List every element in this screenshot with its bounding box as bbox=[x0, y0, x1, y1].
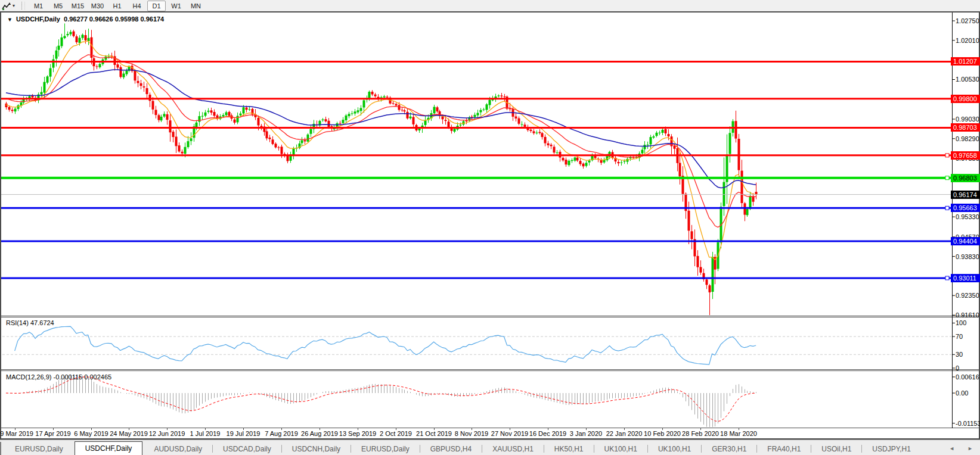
price-tick-0.93830: 0.93830 bbox=[956, 253, 979, 260]
date-label-16-Dec-2019: 16 Dec 2019 bbox=[529, 430, 566, 437]
rsi-tick-30: 30 bbox=[956, 351, 963, 358]
line-handle-0.93011[interactable] bbox=[945, 276, 949, 280]
price-tick-1.02750: 1.02750 bbox=[956, 17, 979, 24]
tab-scroll-arrows: ◄ ► bbox=[949, 445, 980, 451]
macd-tick-0.006167: 0.006167 bbox=[956, 373, 980, 381]
date-label-28-Feb-2020: 28 Feb 2020 bbox=[682, 430, 719, 437]
date-label-27-Nov-2019: 27 Nov 2019 bbox=[491, 430, 528, 437]
ma-medium-line bbox=[6, 55, 756, 228]
chart-ohlc-values: 0.96277 0.96626 0.95998 0.96174 bbox=[64, 15, 164, 23]
date-label-8-Nov-2019: 8 Nov 2019 bbox=[455, 430, 488, 437]
chevron-down-icon[interactable]: ▾ bbox=[13, 3, 15, 8]
date-label-7-Aug-2019: 7 Aug 2019 bbox=[265, 430, 298, 437]
tab-uk100-h1[interactable]: UK100,H1 bbox=[648, 444, 701, 455]
tab-fra40-h1[interactable]: FRA40,H1 bbox=[757, 444, 811, 455]
price-tick-0.98290: 0.98290 bbox=[956, 135, 979, 142]
rsi-pane bbox=[2, 326, 952, 364]
scroll-right-icon[interactable]: ► bbox=[967, 445, 973, 451]
timeframe-button-h1[interactable]: H1 bbox=[108, 1, 126, 11]
date-label-6-May-2019: 6 May 2019 bbox=[74, 430, 108, 437]
date-label-18-Mar-2020: 18 Mar 2020 bbox=[720, 430, 757, 437]
price-line-label-1.01207: 1.01207 bbox=[951, 57, 980, 66]
date-label-3-Jan-2020: 3 Jan 2020 bbox=[570, 430, 602, 437]
price-line-label-0.96803: 0.96803 bbox=[951, 174, 980, 182]
macd-indicator-label: MACD(12,26,9) -0.000115 0.002465 bbox=[6, 373, 111, 381]
date-label-29-Mar-2019: 29 Mar 2019 bbox=[0, 430, 33, 437]
current-price-label: 0.96174 bbox=[951, 191, 980, 199]
chart-tabs: EURUSD,DailyUSDCHF,DailyAUDUSD,DailyUSDC… bbox=[5, 441, 921, 455]
date-label-10-Feb-2020: 10 Feb 2020 bbox=[644, 430, 681, 437]
price-line-label-0.99800: 0.99800 bbox=[951, 95, 980, 103]
tab-ger30-h1[interactable]: GER30,H1 bbox=[702, 444, 756, 455]
line-handle-0.97658[interactable] bbox=[945, 154, 949, 157]
macd-values: -0.000115 0.002465 bbox=[53, 373, 111, 381]
timeframe-button-d1[interactable]: D1 bbox=[147, 1, 166, 11]
price-tick-1.02010: 1.02010 bbox=[956, 37, 979, 44]
price-line-label-0.97658: 0.97658 bbox=[951, 151, 980, 160]
timeframe-button-w1[interactable]: W1 bbox=[167, 1, 185, 11]
chart-window: ▼USDCHF,Daily 0.96277 0.96626 0.95998 0.… bbox=[0, 11, 980, 440]
price-line-label-0.93011: 0.93011 bbox=[951, 274, 980, 282]
tab-uk100-h1[interactable]: UK100,H1 bbox=[594, 444, 647, 455]
date-label-26-Aug-2019: 26 Aug 2019 bbox=[301, 430, 338, 437]
chart-canvas[interactable] bbox=[1, 13, 979, 428]
indicator-arrow-icon bbox=[2, 2, 11, 10]
date-label-1-Jul-2019: 1 Jul 2019 bbox=[190, 430, 221, 437]
trading-terminal-window: ▾ M1M5M15M30H1H4D1W1MN ▼USDCHF,Daily 0.9… bbox=[0, 0, 980, 455]
tab-audusd-daily[interactable]: AUDUSD,Daily bbox=[144, 444, 212, 455]
date-label-22-Jan-2020: 22 Jan 2020 bbox=[606, 430, 643, 437]
rsi-tick-0: 0 bbox=[956, 364, 959, 372]
tabbar-left-edge bbox=[0, 442, 1, 455]
chart-mode-button[interactable]: ▾ bbox=[0, 1, 17, 11]
date-label-21-Oct-2019: 21 Oct 2019 bbox=[416, 430, 452, 437]
line-handle-0.95663[interactable] bbox=[945, 206, 949, 210]
rsi-line bbox=[15, 326, 756, 364]
timeframe-buttons: M1M5M15M30H1H4D1W1MN bbox=[29, 1, 206, 11]
timeframe-button-m1[interactable]: M1 bbox=[29, 1, 48, 11]
date-label-17-Apr-2019: 17 Apr 2019 bbox=[35, 430, 70, 437]
price-line-label-0.94404: 0.94404 bbox=[951, 237, 980, 245]
date-label-19-Jul-2019: 19 Jul 2019 bbox=[227, 430, 260, 437]
timeframe-button-m15[interactable]: M15 bbox=[69, 1, 87, 11]
collapse-triangle-icon[interactable]: ▼ bbox=[7, 17, 13, 23]
tab-eurusd-daily[interactable]: EURUSD,Daily bbox=[5, 444, 73, 455]
tab-xauusd-h1[interactable]: XAUUSD,H1 bbox=[482, 444, 544, 455]
macd-signal-line bbox=[6, 377, 756, 422]
price-line-label-0.95663: 0.95663 bbox=[951, 204, 980, 212]
tab-gbpusd-h4[interactable]: GBPUSD,H4 bbox=[420, 444, 482, 455]
tab-usdcnh-daily[interactable]: USDCNH,Daily bbox=[282, 444, 351, 455]
price-pane bbox=[5, 23, 758, 315]
timeframe-button-h4[interactable]: H4 bbox=[128, 1, 146, 11]
line-handle-0.96803[interactable] bbox=[945, 176, 949, 180]
chart-ohlc-title: ▼USDCHF,Daily 0.96277 0.96626 0.95998 0.… bbox=[7, 15, 164, 23]
macd-tick--0.011531: -0.011531 bbox=[956, 420, 980, 427]
tab-usdjpy-h1[interactable]: USDJPY,H1 bbox=[862, 444, 920, 455]
date-label-13-Sep-2019: 13 Sep 2019 bbox=[339, 430, 376, 437]
chart-tab-bar: EURUSD,DailyUSDCHF,DailyAUDUSD,DailyUSDC… bbox=[0, 440, 980, 455]
chart-symbol-period: USDCHF,Daily bbox=[16, 15, 60, 23]
tab-usdchf-daily[interactable]: USDCHF,Daily bbox=[75, 441, 143, 455]
timeframe-button-mn[interactable]: MN bbox=[187, 1, 205, 11]
time-axis[interactable]: 29 Mar 201917 Apr 20196 May 201924 May 2… bbox=[1, 428, 979, 438]
rsi-indicator-label: RSI(14) 47.6724 bbox=[6, 319, 54, 326]
timeframe-toolbar: ▾ M1M5M15M30H1H4D1W1MN bbox=[0, 0, 980, 11]
price-tick-0.99030: 0.99030 bbox=[956, 116, 979, 123]
price-tick-1.00530: 1.00530 bbox=[956, 76, 979, 83]
ma-slow-line bbox=[6, 70, 756, 188]
rsi-value: 47.6724 bbox=[30, 319, 54, 326]
tab-eurusd-daily[interactable]: EURUSD,Daily bbox=[351, 444, 420, 455]
rsi-tick-100: 100 bbox=[956, 319, 966, 326]
tab-usdcad-daily[interactable]: USDCAD,Daily bbox=[213, 444, 281, 455]
toolbar-grip bbox=[21, 2, 25, 10]
price-line-label-0.98703: 0.98703 bbox=[951, 123, 980, 132]
tab-hk50-h1[interactable]: HK50,H1 bbox=[544, 444, 594, 455]
overlay-lines bbox=[1, 61, 952, 280]
timeframe-button-m30[interactable]: M30 bbox=[88, 1, 107, 11]
tab-usoil-h1[interactable]: USOil,H1 bbox=[811, 444, 861, 455]
candles bbox=[5, 23, 758, 315]
scroll-left-icon[interactable]: ◄ bbox=[949, 445, 954, 451]
price-tick-0.91610: 0.91610 bbox=[956, 311, 979, 319]
timeframe-button-m5[interactable]: M5 bbox=[49, 1, 67, 11]
rsi-tick-70: 70 bbox=[956, 333, 963, 340]
macd-tick-0.00: 0.00 bbox=[956, 389, 968, 397]
